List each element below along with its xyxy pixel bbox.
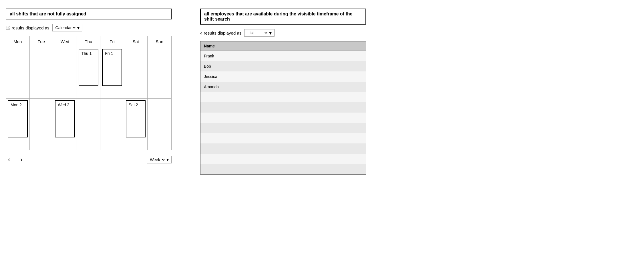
calendar-body: Thu 1 Fri 1 Mon 2 xyxy=(6,47,171,150)
results-row-right: 4 results displayed as List Calendar Tab… xyxy=(200,29,377,37)
employee-row-frank[interactable]: Frank xyxy=(200,51,366,61)
cal-cell-r1-tue[interactable] xyxy=(30,47,53,99)
chevron-down-icon: ▼ xyxy=(76,25,81,30)
cal-cell-r1-wed[interactable] xyxy=(53,47,77,99)
granularity-dropdown[interactable]: Week Day Month ▼ xyxy=(147,156,172,163)
shift-fri1-label: Fri 1 xyxy=(105,51,113,56)
empty-row-2 xyxy=(200,102,366,113)
nav-buttons: ‹ › xyxy=(6,155,25,165)
cal-header-sun: Sun xyxy=(148,36,171,47)
chevron-down-icon-right: ▼ xyxy=(268,31,273,35)
cal-cell-r1-mon[interactable] xyxy=(6,47,30,99)
employee-table-header: Name xyxy=(200,41,366,51)
shift-wed2-label: Wed 2 xyxy=(58,103,69,107)
calendar-nav: ‹ › Week Day Month ▼ xyxy=(6,155,172,165)
cal-cell-r2-sun[interactable] xyxy=(148,99,171,150)
cal-header-sat: Sat xyxy=(124,36,148,47)
granularity-select[interactable]: Week Day Month xyxy=(149,157,166,162)
empty-row-1 xyxy=(200,92,366,102)
employee-row-amanda[interactable]: Amanda xyxy=(200,82,366,92)
results-count-left: 12 results displayed as xyxy=(6,25,49,30)
cal-cell-r1-fri[interactable]: Fri 1 xyxy=(100,47,124,99)
cal-header-thu: Thu xyxy=(77,36,101,47)
results-count-right: 4 results displayed as xyxy=(200,31,241,35)
empty-row-5 xyxy=(200,133,366,143)
prev-button[interactable]: ‹ xyxy=(6,155,12,165)
cal-cell-r2-mon[interactable]: Mon 2 xyxy=(6,99,30,150)
shift-sat2[interactable]: Sat 2 xyxy=(126,100,146,137)
cal-header-mon: Mon xyxy=(6,36,30,47)
cal-header-tue: Tue xyxy=(30,36,53,47)
cal-cell-r2-tue[interactable] xyxy=(30,99,53,150)
empty-row-7 xyxy=(200,154,366,164)
shift-fri1[interactable]: Fri 1 xyxy=(102,49,122,86)
calendar: Mon Tue Wed Thu Fri Sat Sun Thu 1 xyxy=(6,36,172,150)
right-panel: all employees that are available during … xyxy=(200,9,377,255)
page-container: all shifts that are not fully assigned 1… xyxy=(0,0,644,264)
cal-cell-r1-thu[interactable]: Thu 1 xyxy=(77,47,101,99)
chevron-down-icon-gran: ▼ xyxy=(166,157,170,162)
empty-row-4 xyxy=(200,123,366,133)
empty-row-3 xyxy=(200,113,366,123)
cal-cell-r1-sat[interactable] xyxy=(124,47,148,99)
view-dropdown-left[interactable]: Calendar List Table ▼ xyxy=(52,24,83,31)
shift-sat2-label: Sat 2 xyxy=(129,103,138,107)
employee-row-jessica[interactable]: Jessica xyxy=(200,71,366,82)
view-select-right[interactable]: List Calendar Table xyxy=(246,30,268,35)
left-panel: all shifts that are not fully assigned 1… xyxy=(6,9,183,255)
results-row-left: 12 results displayed as Calendar List Ta… xyxy=(6,24,183,31)
cal-cell-r1-sun[interactable] xyxy=(148,47,171,99)
shift-thu1-label: Thu 1 xyxy=(82,51,92,56)
employee-search-label: all employees that are available during … xyxy=(200,9,366,25)
empty-row-8 xyxy=(200,164,366,174)
view-select-left[interactable]: Calendar List Table xyxy=(54,25,76,30)
calendar-header: Mon Tue Wed Thu Fri Sat Sun xyxy=(6,36,171,47)
cal-cell-r2-wed[interactable]: Wed 2 xyxy=(53,99,77,150)
shift-thu1[interactable]: Thu 1 xyxy=(79,49,99,86)
shift-mon2[interactable]: Mon 2 xyxy=(8,100,28,137)
view-dropdown-right[interactable]: List Calendar Table ▼ xyxy=(244,29,275,37)
cal-cell-r2-fri[interactable] xyxy=(100,99,124,150)
next-button[interactable]: › xyxy=(18,155,25,165)
cal-cell-r2-sat[interactable]: Sat 2 xyxy=(124,99,148,150)
employee-row-bob[interactable]: Bob xyxy=(200,61,366,71)
cal-header-wed: Wed xyxy=(53,36,77,47)
shift-search-label: all shifts that are not fully assigned xyxy=(6,9,172,19)
empty-row-6 xyxy=(200,143,366,154)
shift-wed2[interactable]: Wed 2 xyxy=(55,100,75,137)
employee-table: Name Frank Bob Jessica Amanda xyxy=(200,41,366,175)
shift-mon2-label: Mon 2 xyxy=(11,103,22,107)
cal-cell-r2-thu[interactable] xyxy=(77,99,101,150)
cal-header-fri: Fri xyxy=(100,36,124,47)
